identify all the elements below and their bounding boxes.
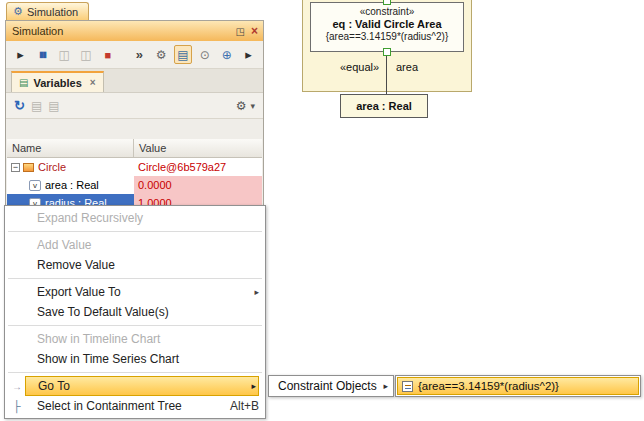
equal-stereotype-label: «equal» bbox=[340, 61, 379, 73]
variables-pane-toggle-button[interactable]: ▤ bbox=[174, 45, 193, 64]
submenu-arrow-icon: ▸ bbox=[251, 381, 258, 391]
float-window-icon[interactable]: ◳ bbox=[236, 26, 245, 37]
options-gear-button[interactable]: ⚙ bbox=[236, 99, 247, 113]
variables-icon: ▤ bbox=[19, 77, 28, 88]
shortcut-label: Alt+B bbox=[230, 399, 259, 413]
menu-item-add-value: Add Value bbox=[5, 235, 265, 255]
submenu-constraint-object-item: {area==3.14159*(radius^2)} bbox=[395, 375, 641, 397]
submenu-constraint-objects[interactable]: Constraint Objects ▸ bbox=[268, 375, 394, 397]
constraint-expression-label: {area==3.14159*(radius^2)} bbox=[418, 380, 559, 392]
animation-settings-button[interactable]: ⚙ bbox=[152, 45, 171, 64]
constraint-stereotype: «constraint» bbox=[311, 6, 463, 17]
constraint-top-port[interactable] bbox=[383, 0, 391, 5]
menu-item-show-in-timeline-chart: Show in Timeline Chart bbox=[5, 329, 265, 349]
area-part-symbol[interactable]: area : Real bbox=[340, 94, 428, 118]
variables-toolbar: ↻ ▤ ▤ ⚙ ▾ bbox=[6, 93, 263, 119]
import-button[interactable]: ▤ bbox=[48, 99, 59, 113]
run-button[interactable]: ▸ bbox=[11, 45, 30, 64]
menu-item-select-in-containment-tree[interactable]: ├ Select in Containment Tree Alt+B bbox=[5, 396, 265, 416]
submenu-arrow-icon: ▸ bbox=[383, 381, 388, 391]
more-actions-button[interactable]: » bbox=[130, 45, 149, 64]
go-to-highlight[interactable]: Go To ▸ bbox=[25, 376, 259, 396]
constraint-expression: {area==3.14159*(radius^2)} bbox=[311, 31, 463, 42]
simulation-window-tab[interactable]: ⚙ Simulation bbox=[6, 2, 89, 20]
menu-item-constraint-expression[interactable]: {area==3.14159*(radius^2)} bbox=[397, 377, 639, 395]
context-menu: Expand Recursively Add Value Remove Valu… bbox=[4, 205, 266, 419]
menu-separator bbox=[8, 278, 262, 279]
constraint-symbol[interactable]: «constraint» eq : Valid Circle Area {are… bbox=[310, 2, 464, 52]
go-to-icon: → bbox=[9, 381, 25, 392]
simulation-panel: Simulation ◳ × ▸ ▮▮ ◫ ◫ ■ » ⚙ ▤ ⊙ ⊕ ▸ ▤ … bbox=[5, 20, 264, 222]
row-value[interactable]: 0.0000 bbox=[134, 176, 262, 194]
row-value[interactable]: Circle@6b579a27 bbox=[134, 158, 262, 176]
terminate-button[interactable]: ■ bbox=[98, 45, 117, 64]
table-row-circle[interactable]: − Circle Circle@6b579a27 bbox=[7, 158, 262, 176]
constraint-object-icon bbox=[402, 381, 413, 392]
export-button[interactable]: ▤ bbox=[31, 99, 42, 113]
menu-item-go-to[interactable]: → Go To ▸ bbox=[5, 376, 265, 396]
table-row-area[interactable]: v area : Real 0.0000 bbox=[7, 176, 262, 194]
row-name: area : Real bbox=[45, 176, 99, 194]
containment-tree-icon: ├ bbox=[9, 400, 25, 412]
object-icon bbox=[23, 163, 34, 172]
variables-tab-label: Variables bbox=[33, 77, 81, 89]
screenshot-root: ⚙ Simulation «constraint» eq : Valid Cir… bbox=[0, 0, 644, 421]
menu-item-save-to-default-values[interactable]: Save To Default Value(s) bbox=[5, 302, 265, 322]
value-property-icon: v bbox=[29, 180, 41, 191]
variables-tab-close-icon[interactable]: × bbox=[90, 77, 96, 88]
constraint-bottom-port[interactable] bbox=[383, 48, 391, 56]
panel-tab-strip: ▤ Variables × bbox=[6, 69, 263, 93]
menu-separator bbox=[8, 325, 262, 326]
web-ui-button[interactable]: ⊕ bbox=[217, 45, 236, 64]
close-panel-icon[interactable]: × bbox=[251, 24, 258, 38]
column-header-name[interactable]: Name bbox=[7, 139, 134, 157]
constraint-objects-label: Constraint Objects bbox=[278, 379, 377, 393]
menu-separator bbox=[8, 231, 262, 232]
area-role-label: area bbox=[396, 61, 418, 73]
simulation-window-tab-label: Simulation bbox=[27, 6, 78, 18]
row-name: Circle bbox=[38, 158, 66, 176]
menu-item-show-in-time-series-chart[interactable]: Show in Time Series Chart bbox=[5, 349, 265, 369]
column-header-value[interactable]: Value bbox=[134, 139, 262, 157]
simulation-panel-header: Simulation ◳ × bbox=[6, 21, 263, 41]
simulation-toolbar: ▸ ▮▮ ◫ ◫ ■ » ⚙ ▤ ⊙ ⊕ ▸ bbox=[6, 41, 263, 69]
step-out-button[interactable]: ◫ bbox=[77, 45, 96, 64]
breakpoints-button[interactable]: ⊙ bbox=[195, 45, 214, 64]
simulation-gear-icon: ⚙ bbox=[13, 5, 23, 18]
menu-item-expand-recursively: Expand Recursively bbox=[5, 208, 265, 228]
options-caret-icon[interactable]: ▾ bbox=[250, 101, 255, 111]
menu-separator bbox=[8, 372, 262, 373]
pause-button[interactable]: ▮▮ bbox=[33, 45, 52, 64]
step-over-button[interactable]: ◫ bbox=[55, 45, 74, 64]
table-header: Name Value bbox=[7, 139, 262, 158]
menu-item-export-value-to[interactable]: Export Value To ▸ bbox=[5, 282, 265, 302]
constraint-name: eq : Valid Circle Area bbox=[311, 18, 463, 30]
start-button[interactable]: ▸ bbox=[239, 45, 258, 64]
submenu-arrow-icon: ▸ bbox=[254, 287, 259, 297]
tab-variables[interactable]: ▤ Variables × bbox=[11, 71, 104, 92]
refresh-button[interactable]: ↻ bbox=[14, 98, 25, 113]
collapse-expander-icon[interactable]: − bbox=[11, 163, 20, 172]
menu-item-remove-value[interactable]: Remove Value bbox=[5, 255, 265, 275]
binding-connector[interactable] bbox=[386, 56, 387, 94]
simulation-panel-title: Simulation bbox=[12, 25, 63, 37]
